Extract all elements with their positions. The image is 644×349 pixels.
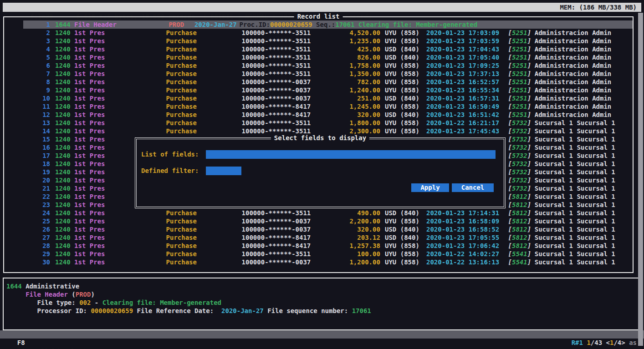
record-row[interactable]: 1012401st PresPurchase100000-******-0037… bbox=[23, 94, 633, 102]
detail-record-type: 1644 bbox=[6, 283, 22, 290]
account-number: 100000-******-3511 bbox=[242, 53, 311, 61]
bracket-close: ] bbox=[527, 242, 531, 249]
branch-code-value: 5251 bbox=[512, 54, 527, 61]
branch-code: [5541] bbox=[508, 250, 532, 258]
record-row[interactable]: 2712401st PresPurchase100000-******-8417… bbox=[23, 233, 633, 242]
branch-code-value: 5251 bbox=[512, 111, 527, 118]
row-number: 2 bbox=[23, 29, 50, 37]
currency-code: UYU (858) bbox=[385, 78, 419, 86]
currency-code: UYU (858) bbox=[385, 127, 419, 135]
record-row[interactable]: 3012401st PresPurchase100000-******-0037… bbox=[23, 258, 633, 266]
record-row-selected[interactable]: 11644File HeaderPROD2020-Jan-27Proc.ID:0… bbox=[23, 20, 633, 29]
clearing-note: Clearing file: Member-generated bbox=[354, 21, 477, 28]
top-status-bar: file20 -- 6,616,625 bytes, 10,990 record… bbox=[3, 3, 641, 12]
defined-filter-input[interactable] bbox=[206, 167, 241, 175]
amount: 1,200.00 bbox=[322, 258, 380, 266]
transaction-type: Purchase bbox=[166, 258, 197, 266]
bracket-close: ] bbox=[527, 78, 531, 86]
dash-separator: - bbox=[91, 299, 102, 306]
dialog-title: Select fields to display bbox=[271, 134, 369, 142]
record-row[interactable]: 1212401st PresPurchase100000-******-8417… bbox=[23, 111, 633, 119]
record-type: 1240 bbox=[55, 160, 71, 168]
branch-code-value: 5732 bbox=[512, 152, 527, 159]
bracket-close: ] bbox=[527, 37, 531, 45]
account-number: 100000-******-3511 bbox=[242, 61, 311, 70]
branch-code-value: 5541 bbox=[512, 250, 527, 258]
record-row[interactable]: 2612401st PresPurchase100000-******-0037… bbox=[23, 225, 633, 233]
record-row[interactable]: 2512401st PresPurchase100000-******-0037… bbox=[23, 217, 633, 225]
record-type: 1240 bbox=[55, 201, 71, 209]
record-row[interactable]: 2812401st PresPurchase100000-******-8417… bbox=[23, 242, 633, 250]
record-row[interactable]: 812401st PresPurchase100000-******-00377… bbox=[23, 78, 633, 86]
record-row[interactable]: 312401st PresPurchase100000-******-35111… bbox=[23, 37, 633, 45]
record-row[interactable]: 2412401st PresPurchase100000-******-3511… bbox=[23, 209, 633, 217]
record-row[interactable]: 412401st PresPurchase100000-******-35114… bbox=[23, 45, 633, 53]
transaction-type: Purchase bbox=[166, 217, 197, 225]
branch-code-value: 5812 bbox=[512, 242, 527, 249]
record-desc: 1st Pres bbox=[74, 94, 105, 102]
branch-code-value: 5812 bbox=[512, 201, 527, 208]
record-position-indicator: R#1 1/43 <1/4> as bbox=[572, 339, 637, 347]
list-of-fields-input[interactable]: 002,003,004,012,024,026 bbox=[206, 150, 496, 159]
branch-code: [5251] bbox=[508, 70, 532, 78]
record-type: 1240 bbox=[55, 61, 71, 70]
transaction-type: Purchase bbox=[166, 53, 197, 61]
record-type: 1240 bbox=[55, 242, 71, 250]
branch-name: Sucursal 1 Sucursal 1 bbox=[535, 217, 615, 225]
account-number: 100000-******-3511 bbox=[242, 29, 311, 37]
status-suffix: as bbox=[625, 339, 637, 346]
branch-code: [5251] bbox=[508, 94, 532, 102]
apply-button[interactable]: Apply bbox=[411, 183, 449, 192]
record-desc: 1st Pres bbox=[74, 176, 105, 184]
bracket-close: ] bbox=[527, 103, 531, 110]
vertical-scrollbar[interactable] bbox=[638, 13, 643, 346]
record-row[interactable]: 212401st PresPurchase100000-******-35114… bbox=[23, 29, 633, 37]
function-key-bar[interactable]: F8 Open field selector bbox=[0, 330, 644, 339]
branch-code-value: 5251 bbox=[512, 103, 527, 110]
currency-code: USD (840) bbox=[385, 53, 419, 61]
bracket-close: ] bbox=[527, 234, 531, 241]
row-number: 14 bbox=[23, 127, 50, 135]
transaction-type: Purchase bbox=[166, 70, 197, 78]
bracket-open: [ bbox=[508, 144, 512, 151]
branch-code-value: 5732 bbox=[512, 144, 527, 151]
timestamp: 2020-01-23 16:50:49 bbox=[426, 102, 499, 111]
record-type: 1240 bbox=[55, 78, 71, 86]
timestamp: 2020-01-22 13:16:13 bbox=[426, 258, 499, 266]
currency-code: UYU (858) bbox=[385, 217, 419, 225]
branch-name: Administracion Admin bbox=[535, 29, 612, 37]
amount: 320.00 bbox=[322, 111, 380, 119]
record-type: 1240 bbox=[55, 53, 71, 61]
bracket-close: ] bbox=[527, 86, 531, 94]
row-number: 25 bbox=[23, 217, 50, 225]
cancel-button[interactable]: Cancel bbox=[452, 183, 494, 192]
record-desc: 1st Pres bbox=[74, 152, 105, 160]
record-row[interactable]: 1312401st PresPurchase100000-******-3511… bbox=[23, 119, 633, 127]
branch-code: [5812] bbox=[508, 209, 532, 217]
record-row[interactable]: 612401st PresPurchase100000-******-35111… bbox=[23, 61, 633, 70]
currency-code: USD (840) bbox=[385, 45, 419, 53]
account-number: 100000-******-0037 bbox=[242, 258, 311, 266]
record-row[interactable]: 712401st PresPurchase100000-******-35111… bbox=[23, 70, 633, 78]
row-number: 10 bbox=[23, 94, 50, 102]
account-number: 100000-******-0037 bbox=[242, 225, 311, 233]
bracket-open: [ bbox=[508, 86, 512, 94]
bracket-open: [ bbox=[508, 70, 512, 77]
record-row[interactable]: 1112401st PresPurchase100000-******-8417… bbox=[23, 102, 633, 111]
timestamp: 2020-01-23 17:45:43 bbox=[426, 127, 499, 135]
bracket-open: [ bbox=[508, 177, 512, 184]
record-row[interactable]: 912401st PresPurchase100000-******-00371… bbox=[23, 86, 633, 94]
row-number: 30 bbox=[23, 258, 50, 266]
row-number: 26 bbox=[23, 225, 50, 233]
branch-code-value: 5251 bbox=[512, 95, 527, 102]
record-row[interactable]: 2912401st PresPurchase100000-******-3511… bbox=[23, 250, 633, 258]
branch-code: [5732] bbox=[508, 152, 532, 160]
record-type: 1240 bbox=[55, 102, 71, 111]
branch-code-value: 5812 bbox=[512, 193, 527, 200]
currency-code: USD (840) bbox=[385, 111, 419, 119]
record-type: 1240 bbox=[55, 86, 71, 94]
record-desc: 1st Pres bbox=[74, 217, 105, 225]
record-row[interactable]: 512401st PresPurchase100000-******-35118… bbox=[23, 53, 633, 61]
record-type: 1240 bbox=[55, 111, 71, 119]
branch-code: [5812] bbox=[508, 217, 532, 225]
